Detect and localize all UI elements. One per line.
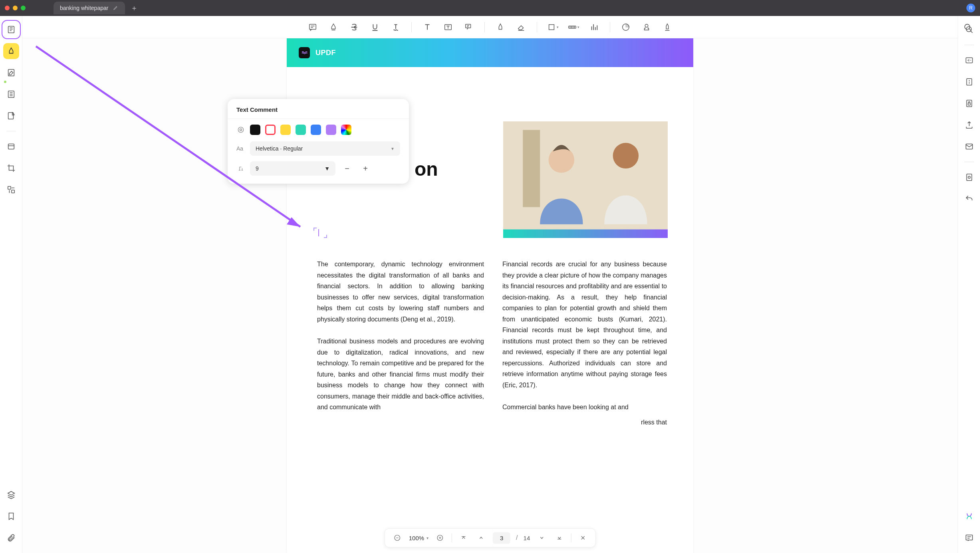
svg-point-22 xyxy=(645,24,648,27)
brand-logo-icon xyxy=(299,47,310,58)
page-number-input[interactable] xyxy=(493,532,510,544)
chevron-down-icon: ▼ xyxy=(391,147,395,151)
chat-button[interactable] xyxy=(961,530,977,546)
color-swatch-black[interactable] xyxy=(250,125,260,135)
maximize-window-button[interactable] xyxy=(21,6,26,10)
prev-page-button[interactable] xyxy=(475,532,487,544)
reader-mode-button[interactable] xyxy=(3,22,19,38)
popup-title: Text Comment xyxy=(236,106,400,113)
account-avatar[interactable]: R xyxy=(966,4,975,12)
svg-rect-5 xyxy=(8,186,10,189)
zoom-in-button[interactable] xyxy=(434,532,446,544)
shape-tool[interactable]: ▾ xyxy=(545,20,560,35)
left-sidebar-bottom xyxy=(3,487,19,553)
paragraph: The contemporary, dynamic technology env… xyxy=(317,259,484,325)
fill-sign-button[interactable] xyxy=(3,108,19,124)
comment-mode-button[interactable] xyxy=(3,43,19,59)
zoom-out-button[interactable] xyxy=(391,532,403,544)
toolbar-separator xyxy=(484,22,485,32)
document-canvas[interactable]: UPDF on The contemporary, d xyxy=(22,38,958,553)
svg-point-28 xyxy=(613,143,639,168)
color-swatch-custom[interactable] xyxy=(341,125,351,135)
search-button[interactable] xyxy=(960,20,975,35)
layers-button[interactable] xyxy=(3,487,19,503)
size-row: 9 ▼ − + xyxy=(236,161,400,176)
close-nav-button[interactable] xyxy=(577,532,589,544)
window-controls xyxy=(5,6,26,10)
undo-button[interactable] xyxy=(961,191,977,207)
eraser-tool[interactable] xyxy=(514,20,529,35)
measure-tool[interactable]: ▾ xyxy=(566,20,581,35)
svg-rect-26 xyxy=(523,130,540,207)
email-button[interactable] xyxy=(961,139,977,155)
strikethrough-tool[interactable] xyxy=(347,20,362,35)
annotation-toolbar: ▾ ▾ xyxy=(22,16,958,38)
sticker-tool[interactable] xyxy=(618,20,633,35)
signature-tool[interactable] xyxy=(660,20,675,35)
color-swatch-yellow[interactable] xyxy=(280,125,291,135)
left-column: The contemporary, dynamic technology env… xyxy=(317,259,484,439)
organize-pages-button[interactable] xyxy=(3,86,19,102)
stamp-tool[interactable] xyxy=(639,20,654,35)
last-page-button[interactable] xyxy=(553,532,565,544)
color-wheel-icon[interactable] xyxy=(236,126,245,134)
svg-rect-0 xyxy=(8,26,14,33)
document-tab[interactable]: banking whitepapar xyxy=(54,2,125,14)
font-select[interactable]: Helvetica · Regular ▼ xyxy=(250,141,400,156)
compress-button[interactable] xyxy=(961,74,977,90)
svg-rect-4 xyxy=(8,144,14,149)
print-button[interactable] xyxy=(961,169,977,185)
text-comment-tool[interactable] xyxy=(420,20,435,35)
chart-tool[interactable] xyxy=(587,20,602,35)
svg-point-33 xyxy=(240,129,242,131)
bookmark-button[interactable] xyxy=(3,508,19,524)
note-tool[interactable] xyxy=(305,20,320,35)
svg-point-32 xyxy=(238,127,243,132)
hero-image xyxy=(503,121,668,238)
next-page-button[interactable] xyxy=(536,532,548,544)
attachment-button[interactable] xyxy=(3,530,19,546)
paragraph: Commercial banks have been looking at an… xyxy=(502,402,667,413)
ocr-button[interactable] xyxy=(961,52,977,68)
crop-button[interactable] xyxy=(3,160,19,176)
new-tab-button[interactable]: ＋ xyxy=(131,3,138,13)
underline-tool[interactable] xyxy=(367,20,383,35)
export-button[interactable] xyxy=(961,117,977,133)
edit-mode-button[interactable] xyxy=(3,65,19,81)
textbox-tool[interactable] xyxy=(440,20,456,35)
decrease-size-button[interactable]: − xyxy=(340,162,354,175)
font-label-icon: Aa xyxy=(236,145,245,152)
minimize-window-button[interactable] xyxy=(13,6,18,10)
edit-tab-icon[interactable] xyxy=(113,5,119,12)
callout-tool[interactable] xyxy=(461,20,476,35)
svg-point-27 xyxy=(549,147,574,172)
color-swatch-red[interactable] xyxy=(265,125,276,135)
pencil-tool[interactable] xyxy=(493,20,508,35)
text-insertion-caret[interactable] xyxy=(313,228,327,238)
tools-button[interactable] xyxy=(3,182,19,198)
protect-button[interactable] xyxy=(961,95,977,111)
font-size-select[interactable]: 9 ▼ xyxy=(250,161,335,176)
highlight-tool[interactable] xyxy=(326,20,341,35)
nav-separator xyxy=(452,533,452,542)
font-value: Helvetica · Regular xyxy=(256,145,303,152)
increase-size-button[interactable]: + xyxy=(359,162,372,175)
first-page-button[interactable] xyxy=(458,532,470,544)
color-swatch-purple[interactable] xyxy=(326,125,336,135)
paragraph: Traditional business models and procedur… xyxy=(317,336,484,413)
close-window-button[interactable] xyxy=(5,6,10,10)
color-swatch-blue[interactable] xyxy=(311,125,321,135)
svg-rect-13 xyxy=(966,174,972,181)
color-swatch-teal[interactable] xyxy=(296,125,306,135)
font-row: Aa Helvetica · Regular ▼ xyxy=(236,141,400,156)
svg-rect-8 xyxy=(966,58,972,63)
svg-point-23 xyxy=(965,24,970,29)
toolbar-separator xyxy=(411,22,412,32)
ai-assistant-button[interactable] xyxy=(961,508,977,524)
zoom-level-select[interactable]: 100%▾ xyxy=(409,535,429,541)
redact-button[interactable] xyxy=(3,139,19,155)
page-navigation-bar: 100%▾ / 14 xyxy=(385,528,596,547)
text-comment-popup[interactable]: Text Comment Aa Helvetica · Regular ▼ 9 … xyxy=(228,99,409,184)
brand-name: UPDF xyxy=(315,49,336,57)
squiggly-tool[interactable] xyxy=(388,20,403,35)
